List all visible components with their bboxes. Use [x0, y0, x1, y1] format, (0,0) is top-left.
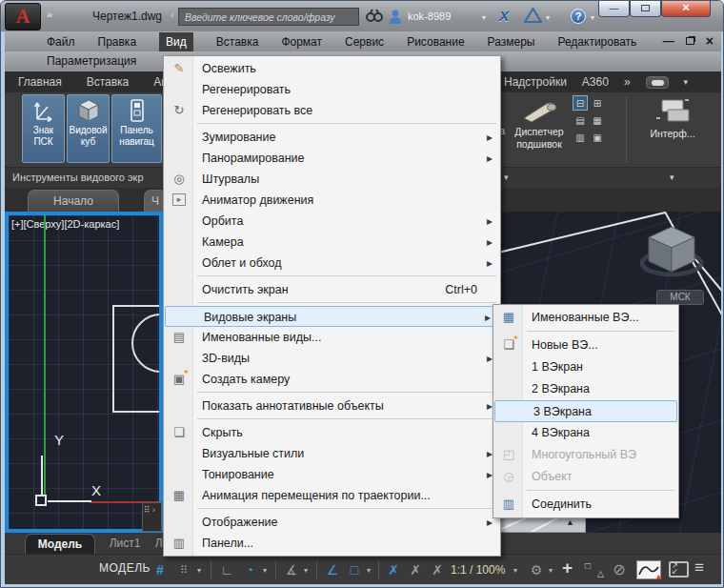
submenu-item-2-viewports[interactable]: 2 ВЭкрана	[493, 378, 678, 400]
scroll-up-icon[interactable]: ▲	[566, 517, 574, 527]
help-button[interactable]: ?	[571, 9, 586, 24]
submenu-item-join-viewports[interactable]: ▥ Соединить	[493, 494, 678, 516]
gear-caret-icon[interactable]: ▾	[549, 566, 553, 575]
ribbon-cloud-button[interactable]	[646, 76, 669, 89]
menu-item-viewports[interactable]: Видовые экраны ▸	[165, 306, 499, 327]
menu-view[interactable]: Вид	[159, 32, 193, 51]
quick-access-expand-button[interactable]: »	[47, 9, 51, 20]
submenu-item-3-viewports[interactable]: 3 ВЭкрана	[494, 400, 677, 422]
exchange-apps-icon[interactable]: X	[499, 8, 509, 24]
clean-screen-icon[interactable]: ⊘	[609, 559, 630, 580]
sheet-set-manager-button[interactable]: Диспетчер подшивок	[507, 94, 572, 163]
menu-item-regen[interactable]: Регенерировать	[164, 79, 500, 100]
polar-tracking-icon[interactable]: ◔	[239, 559, 260, 580]
menu-item-visual-styles[interactable]: Визуальные стили ▸	[164, 443, 500, 464]
submenu-item-4-viewports[interactable]: 4 ВЭкрана	[493, 422, 678, 444]
doc-close-button[interactable]: ×	[706, 33, 714, 49]
menu-item-show-annotative[interactable]: Показать аннотативные объекты ▸	[164, 395, 500, 416]
menu-item-camera[interactable]: Камера ▸	[164, 232, 500, 253]
ribbon-cloud-caret-icon[interactable]: ▾	[684, 77, 689, 87]
menu-item-regen-all[interactable]: ↻ Регенерировать все	[164, 100, 500, 121]
menu-item-pan[interactable]: Панорамирование ▸	[164, 148, 500, 169]
autoscale-icon[interactable]: ✗	[405, 559, 426, 580]
minimize-button[interactable]: —	[598, 1, 630, 17]
snap-mode-icon[interactable]: #	[150, 559, 171, 580]
submenu-item-1-viewport[interactable]: 1 ВЭкран	[493, 356, 678, 378]
user-menu-caret-icon[interactable]: ▾	[482, 13, 486, 22]
menu-edit[interactable]: Правка	[98, 35, 137, 49]
snap-caret-icon[interactable]: ▾	[197, 566, 201, 575]
signed-in-user[interactable]: kok-8989	[408, 10, 451, 22]
menu-item-orbit[interactable]: Орбита ▸	[164, 211, 500, 232]
tab-layout1[interactable]: Лист1	[99, 534, 151, 554]
search-input[interactable]	[178, 8, 359, 26]
grid-display-icon[interactable]: ⠿	[173, 559, 194, 580]
menu-item-render[interactable]: Тонирование ▸	[164, 464, 500, 485]
object-snap-icon[interactable]: □	[344, 559, 365, 580]
binoculars-search-icon[interactable]	[366, 9, 383, 27]
viewcube-button[interactable]: Видовой куб	[67, 94, 110, 163]
ribbon-expand-button[interactable]: »	[624, 75, 631, 89]
calculator-icon[interactable]: ▦	[590, 112, 605, 128]
scale-caret-icon[interactable]: ▾	[513, 566, 517, 575]
close-button[interactable]: ×	[661, 1, 711, 17]
menu-dimensions[interactable]: Размеры	[488, 35, 535, 49]
ortho-mode-icon[interactable]: ∟	[216, 559, 237, 580]
polar-caret-icon[interactable]: ▾	[263, 566, 267, 575]
dyn-caret-icon[interactable]: ▾	[367, 566, 371, 575]
file-tab-start[interactable]: Начало	[28, 190, 119, 212]
palette-stack-icon[interactable]: ▤	[573, 112, 588, 128]
menu-file[interactable]: Файл	[47, 35, 75, 49]
ribbon-tab-insert[interactable]: Вставка	[87, 75, 130, 89]
navigation-bar-button[interactable]: Панель навигац	[111, 94, 162, 163]
menu-item-redraw[interactable]: ✎ Освежить	[164, 58, 500, 79]
performance-graph-icon[interactable]: ▲	[636, 560, 661, 579]
menu-draw[interactable]: Рисование	[407, 35, 464, 49]
menu-item-named-views[interactable]: ▤ Именованные виды...	[164, 327, 500, 348]
view-cube[interactable]	[637, 219, 706, 286]
ribbon-tab-home[interactable]: Главная	[18, 75, 62, 89]
ribbon-tab-a360[interactable]: A360	[582, 75, 609, 89]
menu-item-steeringwheels[interactable]: ◎ Штурвалы	[164, 169, 500, 190]
plot-icon[interactable]: ⊟	[573, 95, 588, 111]
menu-item-display[interactable]: Отображение ▸	[164, 512, 500, 533]
menu-item-hide[interactable]: ❏ Скрыть	[164, 422, 500, 443]
menu-item-toolbars[interactable]: ▥ Панели...	[164, 533, 500, 554]
wcs-dropdown[interactable]: МСК	[656, 290, 704, 305]
workspace-gear-icon[interactable]: ⚙	[526, 559, 547, 580]
menu-format[interactable]: Формат	[281, 35, 322, 49]
menu-item-zoom[interactable]: Зумирование ▸	[164, 127, 500, 148]
scale-indicator[interactable]: 1:1 / 100%	[451, 563, 505, 577]
doc-minimize-button[interactable]: —	[663, 34, 674, 48]
submenu-item-new-viewports[interactable]: ❏ ✶ Новые ВЭ...	[493, 335, 678, 356]
fullscreen-icon[interactable]: ↗ ↙	[669, 561, 689, 578]
viewport-controls-label[interactable]: [+][Сверху][2D-каркас]	[11, 218, 119, 230]
annotation-scale-icon[interactable]: ✗	[427, 559, 448, 580]
isolate-objects-icon[interactable]: □ △	[585, 560, 604, 578]
menu-item-walk-fly[interactable]: Облет и обход ▸	[164, 253, 500, 274]
submenu-item-named-viewports[interactable]: ▦ Именованные ВЭ...	[493, 307, 678, 329]
maximize-button[interactable]	[630, 1, 661, 17]
palettes-panel-caret-icon[interactable]: ▾	[504, 172, 509, 182]
help-caret-icon[interactable]: ▾	[591, 13, 594, 22]
menu-item-clean-screen[interactable]: Очистить экран Ctrl+0	[164, 279, 500, 300]
menu-item-showmotion[interactable]: ▸ Аниматор движения	[164, 190, 500, 211]
interface-panel-caret-icon[interactable]: ▾	[670, 172, 674, 182]
viewport-handle[interactable]: ⠿ ›	[142, 502, 162, 532]
ribbon-tab-addins[interactable]: Надстройки	[504, 75, 567, 89]
model-space-label[interactable]: МОДЕЛЬ	[99, 561, 151, 575]
viewport-2d-top[interactable]: [+][Сверху][2D-каркас] Y X	[5, 212, 163, 533]
osnap-caret-icon[interactable]: ▾	[304, 566, 308, 575]
menu-item-motion-path[interactable]: ▦ Анимация перемещения по траектории...	[164, 485, 500, 506]
sheet-list-icon[interactable]: ▥	[573, 130, 588, 145]
doc-restore-button[interactable]	[686, 37, 694, 45]
tab-model[interactable]: Модель	[25, 534, 95, 554]
menu-modify[interactable]: Редактировать	[557, 35, 636, 49]
customization-menu-icon[interactable]: ≡	[694, 558, 704, 578]
publish-icon[interactable]: ⊞	[590, 95, 605, 111]
a360-logo-icon[interactable]	[524, 8, 542, 28]
clipboard-icon[interactable]: ▣	[590, 130, 605, 145]
menu-parametric[interactable]: Параметризация	[47, 54, 136, 68]
interface-button[interactable]: Интерф...	[632, 94, 714, 163]
annotation-visibility-icon[interactable]: ✗	[383, 559, 404, 580]
